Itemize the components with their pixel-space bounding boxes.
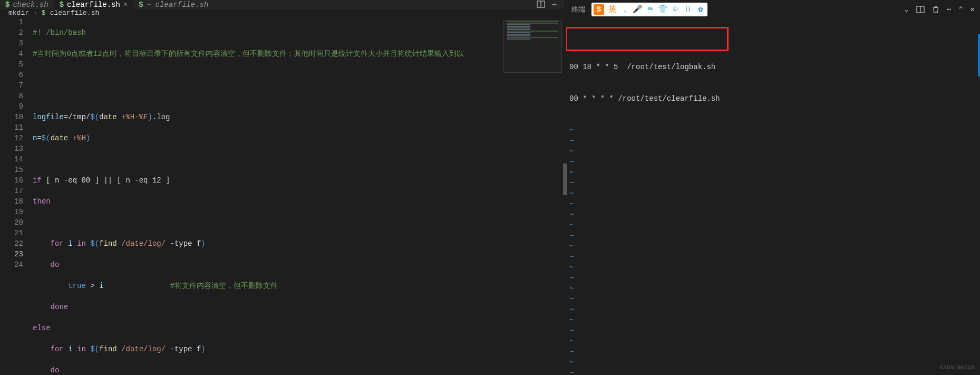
breadcrumb-file[interactable]: clearfile.sh [50,9,100,17]
more-icon[interactable]: ⋯ [552,0,557,9]
minimap[interactable] [501,17,564,375]
minimap-viewport[interactable] [503,20,562,73]
vim-tilde: ~ [569,147,574,156]
vim-tilde: ~ [569,348,574,356]
close-icon[interactable]: × [123,1,128,9]
line-number: 24 [0,259,23,270]
maximize-icon[interactable]: ⌃ [958,5,963,14]
vim-tilde: ~ [569,274,574,282]
ime-punct-icon[interactable]: ， [620,5,629,14]
vim-tilde: ~ [569,295,574,303]
vim-tilde: ~ [569,242,574,251]
vim-tilde: ~ [569,358,574,367]
shebang: #! /bin/bash [33,28,86,37]
scrollbar[interactable] [978,34,980,76]
tab-label: ~ clearfile.sh [147,1,209,9]
vim-tilde: ~ [569,369,574,375]
terminal-body[interactable]: 00 18 * * 5 /root/test/logbak.sh 00 * * … [566,18,980,375]
tab-clearfile-preview[interactable]: $ ~ clearfile.sh [133,0,214,9]
chevron-down-icon[interactable]: ⌄ [904,5,908,14]
line-number: 20 [0,217,23,228]
ime-emoji-icon[interactable]: ☺ [671,5,680,14]
line-number: 16 [0,175,23,186]
vim-tilde: ~ [569,179,574,187]
terminal-toolbar: ⌄ ⋯ ⌃ ✕ [904,5,975,14]
line-number: 21 [0,228,23,238]
vim-tilde: ~ [569,305,574,314]
vim-tilde: ~ [569,137,574,145]
vim-tilde: ~ [569,221,574,229]
code-area[interactable]: #! /bin/bash #当时间为0点或者12点时，将目标目录下的所有文件内容… [33,17,501,375]
line-number: 10 [0,112,23,122]
line-number: 22 [0,238,23,249]
comment: #当时间为0点或者12点时，将目标目录下的所有文件内容清空，但不删除文件；其他时… [33,50,464,58]
terminal-panel: 终端 S 英 ， 🎤 ⌨ 👕 ☺ ⁝⁝ ✿ ⌄ ⋯ ⌃ ✕ 00 [566,0,980,375]
line-number: 4 [0,49,23,59]
split-terminal-icon[interactable] [916,5,925,14]
line-number: 12 [0,133,23,143]
tab-label: check.sh [13,1,48,9]
terminal-line: 00 * * * * /root/test/clearfile.sh [569,94,720,103]
bash-icon: $ [139,1,143,9]
line-number: 2 [0,27,23,38]
ime-settings-icon[interactable]: ✿ [696,5,705,14]
tab-check-sh[interactable]: $ check.sh [0,0,54,9]
tab-clearfile-sh[interactable]: $ clearfile.sh × [54,0,134,9]
line-number: 3 [0,38,23,49]
vim-tilde: ~ [569,158,574,166]
vim-tilde: ~ [569,326,574,335]
vim-tilde: ~ [569,263,574,272]
line-number: 8 [0,91,23,101]
terminal-header: 终端 S 英 ， 🎤 ⌨ 👕 ☺ ⁝⁝ ✿ ⌄ ⋯ ⌃ ✕ [566,0,980,18]
vim-tilde: ~ [569,284,574,293]
watermark: CSDN @AZQN [940,362,975,373]
line-numbers: 123456789101112131415161718192021222324 [0,17,33,375]
line-number: 6 [0,70,23,80]
breadcrumb[interactable]: mkdir › $ clearfile.sh [0,9,564,17]
vim-tilde: ~ [569,126,574,134]
close-icon[interactable]: ✕ [971,5,975,14]
ime-lang-icon[interactable]: 英 [607,5,617,14]
tab-actions: ⋯ [537,0,564,9]
tab-label: clearfile.sh [67,1,120,9]
vim-tilde: ~ [569,210,574,219]
line-number: 14 [0,154,23,165]
split-editor-icon[interactable] [537,0,545,9]
bash-icon: $ [5,1,9,9]
ime-keyboard-icon[interactable]: ⌨ [645,5,655,14]
tabs-bar: $ check.sh $ clearfile.sh × $ ~ clearfil… [0,0,564,9]
line-number: 7 [0,80,23,91]
line-number: 23 [0,249,23,259]
ime-skin-icon[interactable]: 👕 [658,5,667,14]
line-number: 11 [0,122,23,133]
ime-voice-icon[interactable]: 🎤 [633,5,642,14]
editor[interactable]: 123456789101112131415161718192021222324 … [0,17,564,375]
vim-tilde: ~ [569,316,574,324]
line-number: 17 [0,186,23,196]
line-number: 15 [0,165,23,175]
ime-toolbox-icon[interactable]: ⁝⁝ [683,5,693,14]
highlight-annotation [566,27,729,51]
chevron-right-icon: › [33,9,37,17]
line-number: 5 [0,59,23,70]
line-number: 1 [0,17,23,27]
bash-icon: $ [60,1,64,9]
terminal-label[interactable]: 终端 [571,5,585,14]
bash-icon: $ [42,9,46,17]
vim-tilde: ~ [569,232,574,240]
trash-icon[interactable] [932,6,939,13]
vim-tilde: ~ [569,200,574,208]
line-number: 9 [0,101,23,112]
vim-tilde: ~ [569,189,574,198]
line-number: 18 [0,196,23,207]
more-icon[interactable]: ⋯ [947,5,951,14]
vim-tilde: ~ [569,168,574,177]
editor-panel: $ check.sh $ clearfile.sh × $ ~ clearfil… [0,0,564,375]
vim-tilde: ~ [569,253,574,261]
sogou-logo-icon[interactable]: S [594,4,604,15]
ime-toolbar[interactable]: S 英 ， 🎤 ⌨ 👕 ☺ ⁝⁝ ✿ [591,3,707,16]
breadcrumb-folder[interactable]: mkdir [8,9,29,17]
line-number: 13 [0,143,23,154]
terminal-line: 00 18 * * 5 /root/test/logbak.sh [569,63,715,71]
line-number: 19 [0,207,23,217]
